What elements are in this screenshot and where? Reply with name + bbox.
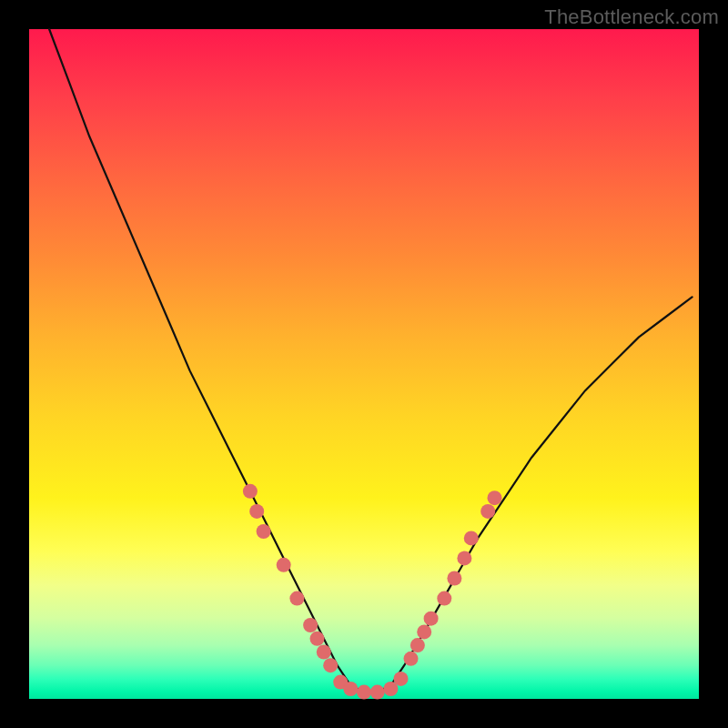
chart-stage: TheBottleneck.com <box>0 0 728 728</box>
bead-marker <box>343 682 358 696</box>
bead-marker <box>488 490 502 505</box>
bead-marker <box>257 524 271 539</box>
bead-marker <box>243 484 258 499</box>
plot-area <box>29 29 699 699</box>
curve-svg <box>29 29 699 699</box>
bottleneck-curve <box>49 29 693 693</box>
bead-marker <box>447 571 461 586</box>
watermark-text: TheBottleneck.com <box>544 5 719 29</box>
bead-marker <box>370 685 385 700</box>
bead-marker <box>410 638 425 652</box>
bead-marker <box>323 658 338 672</box>
bead-marker <box>310 632 325 646</box>
bead-marker <box>417 624 431 639</box>
bead-marker <box>457 551 471 565</box>
bead-marker <box>437 592 451 606</box>
bead-marker <box>357 685 371 700</box>
curve-beads <box>243 484 502 700</box>
bead-marker <box>317 645 331 660</box>
bead-marker <box>289 592 304 606</box>
bead-marker <box>480 504 495 519</box>
bead-marker <box>277 558 291 572</box>
bead-marker <box>394 672 409 686</box>
bead-marker <box>404 652 419 666</box>
bead-marker <box>424 612 439 626</box>
bead-marker <box>464 531 479 545</box>
bead-marker <box>249 504 264 519</box>
bead-marker <box>303 618 318 632</box>
